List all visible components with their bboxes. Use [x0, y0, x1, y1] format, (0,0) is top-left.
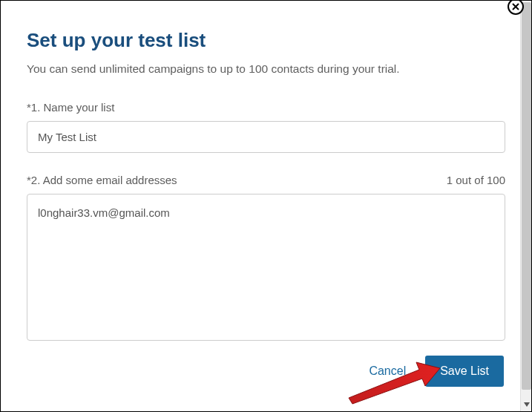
field2-label: *2. Add some email addresses [27, 174, 177, 186]
email-counter: 1 out of 100 [447, 174, 505, 186]
scrollbar-down-arrow[interactable] [521, 399, 532, 410]
action-bar: Cancel Save List [27, 356, 505, 387]
save-list-button[interactable]: Save List [425, 356, 504, 387]
list-name-input[interactable] [27, 121, 505, 153]
page-subtitle: You can send unlimited campaigns to up t… [27, 62, 505, 76]
scrollbar[interactable] [520, 2, 531, 411]
page-title: Set up your test list [27, 29, 505, 52]
dialog-content: Set up your test list You can send unlim… [1, 1, 531, 411]
close-icon [512, 0, 519, 13]
scrollbar-thumb[interactable] [522, 2, 531, 390]
field1-label: *1. Name your list [27, 101, 505, 114]
cancel-button[interactable]: Cancel [369, 364, 406, 378]
email-addresses-input[interactable]: l0nghair33.vm@gmail.com [27, 194, 505, 341]
